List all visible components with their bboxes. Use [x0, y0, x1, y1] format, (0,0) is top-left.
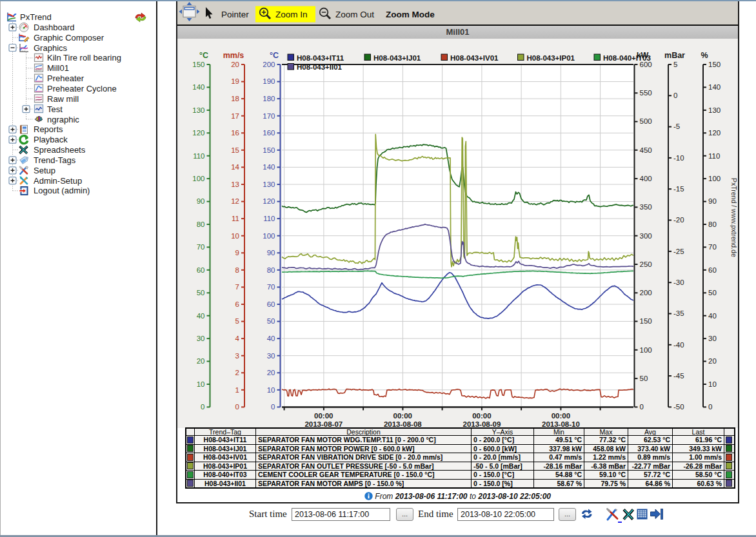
- svg-text:H08-043+IP01: H08-043+IP01: [527, 54, 575, 62]
- svg-text:Mill01: Mill01: [47, 63, 69, 73]
- svg-text:250: 250: [640, 260, 652, 268]
- svg-text:Playback: Playback: [34, 135, 68, 144]
- svg-text:0: 0: [640, 403, 644, 411]
- svg-text:15: 15: [231, 146, 239, 154]
- svg-text:-5: -5: [673, 122, 680, 130]
- svg-text:100: 100: [263, 232, 275, 240]
- svg-text:500: 500: [640, 117, 652, 125]
- svg-text:Zoom In: Zoom In: [275, 10, 308, 19]
- svg-text:0: 0: [235, 403, 239, 411]
- svg-text:10: 10: [708, 380, 717, 388]
- svg-text:PxTrend / www.pxtrend.de: PxTrend / www.pxtrend.de: [730, 178, 738, 257]
- svg-text:11: 11: [232, 215, 239, 222]
- svg-text:20: 20: [267, 369, 275, 376]
- svg-text:60: 60: [267, 300, 275, 308]
- svg-text:mBar: mBar: [664, 51, 685, 60]
- svg-text:H08-043+IT11: H08-043+IT11: [297, 54, 344, 62]
- svg-text:400: 400: [640, 175, 652, 182]
- svg-text:0: 0: [673, 92, 677, 99]
- svg-text:140: 140: [192, 83, 204, 91]
- svg-text:150: 150: [263, 146, 275, 154]
- svg-text:Preheater Cyclone: Preheater Cyclone: [47, 84, 117, 93]
- svg-text:60: 60: [708, 266, 717, 274]
- svg-text:140: 140: [708, 83, 721, 91]
- svg-text:mm/s: mm/s: [223, 51, 244, 60]
- svg-text:H08-043+IJ01: H08-043+IJ01: [373, 54, 421, 62]
- svg-text:Kiln Tire roll bearing: Kiln Tire roll bearing: [47, 53, 121, 63]
- svg-text:90: 90: [197, 197, 205, 205]
- svg-text:20: 20: [231, 61, 239, 68]
- svg-text:300: 300: [640, 232, 652, 240]
- svg-text:-50: -50: [673, 403, 684, 411]
- svg-text:20: 20: [708, 357, 717, 365]
- svg-text:50: 50: [640, 375, 648, 382]
- svg-text:-25: -25: [673, 248, 684, 255]
- svg-text:350: 350: [640, 203, 652, 211]
- svg-text:5: 5: [235, 317, 239, 325]
- svg-text:90: 90: [708, 197, 717, 205]
- svg-text:50: 50: [708, 289, 717, 297]
- svg-text:80: 80: [708, 220, 717, 228]
- svg-text:6: 6: [235, 300, 239, 308]
- svg-text:7: 7: [235, 283, 239, 291]
- svg-text:-15: -15: [673, 185, 684, 193]
- svg-text:30: 30: [197, 335, 205, 342]
- svg-text:0: 0: [201, 403, 204, 411]
- svg-text:-10: -10: [673, 154, 684, 162]
- svg-text:100: 100: [708, 175, 721, 182]
- svg-text:°C: °C: [270, 51, 279, 60]
- svg-text:70: 70: [267, 283, 275, 291]
- svg-text:-30: -30: [673, 278, 684, 286]
- svg-text:Graphics: Graphics: [34, 43, 68, 53]
- svg-text:00:00: 00:00: [472, 412, 491, 420]
- svg-text:°C: °C: [199, 51, 208, 60]
- svg-text:H08-043+II01: H08-043+II01: [297, 63, 343, 71]
- svg-text:170: 170: [263, 112, 275, 120]
- svg-text:13: 13: [231, 181, 239, 188]
- svg-text:Admin-Setup: Admin-Setup: [34, 176, 82, 186]
- svg-text:Trend-Tags: Trend-Tags: [34, 155, 76, 165]
- svg-text:Graphic Composer: Graphic Composer: [34, 33, 104, 43]
- svg-text:Reports: Reports: [34, 124, 63, 134]
- svg-text:200: 200: [263, 61, 275, 68]
- svg-text:14: 14: [231, 163, 239, 171]
- svg-text:60: 60: [197, 266, 205, 274]
- svg-text:160: 160: [263, 129, 275, 137]
- svg-text:600: 600: [640, 61, 652, 68]
- svg-text:0: 0: [708, 403, 712, 411]
- svg-text:100: 100: [192, 175, 204, 182]
- svg-text:Test: Test: [47, 104, 63, 114]
- svg-text:120: 120: [708, 129, 721, 137]
- svg-text:200: 200: [640, 289, 652, 297]
- svg-text:-35: -35: [673, 309, 684, 317]
- svg-text:0: 0: [271, 403, 275, 411]
- svg-text:450: 450: [640, 146, 652, 154]
- svg-text:550: 550: [640, 89, 652, 97]
- svg-text:Raw mill: Raw mill: [47, 94, 79, 104]
- svg-text:H08-043+IV01: H08-043+IV01: [450, 54, 499, 62]
- svg-text:190: 190: [263, 77, 275, 85]
- svg-text:130: 130: [192, 106, 204, 114]
- svg-text:12: 12: [231, 197, 239, 205]
- svg-text:70: 70: [197, 243, 205, 251]
- svg-text:16: 16: [231, 129, 239, 137]
- svg-text:10: 10: [197, 380, 205, 388]
- svg-text:ngraphic: ngraphic: [47, 115, 79, 124]
- svg-text:70: 70: [708, 243, 717, 251]
- svg-text:50: 50: [267, 317, 275, 325]
- svg-text:30: 30: [708, 335, 717, 342]
- svg-text:17: 17: [231, 112, 239, 120]
- svg-text:20: 20: [197, 357, 205, 365]
- svg-text:00:00: 00:00: [314, 412, 333, 420]
- svg-text:40: 40: [197, 312, 205, 320]
- svg-text:-45: -45: [673, 372, 684, 380]
- svg-text:2: 2: [235, 369, 239, 376]
- svg-text:150: 150: [640, 317, 652, 325]
- svg-text:Setup: Setup: [34, 166, 55, 175]
- svg-text:80: 80: [197, 220, 205, 228]
- svg-text:150: 150: [708, 61, 721, 68]
- svg-text:H08-040+IT03: H08-040+IT03: [603, 54, 651, 62]
- svg-text:Dashboard: Dashboard: [34, 23, 75, 32]
- svg-text:90: 90: [267, 249, 275, 257]
- svg-text:120: 120: [192, 129, 204, 137]
